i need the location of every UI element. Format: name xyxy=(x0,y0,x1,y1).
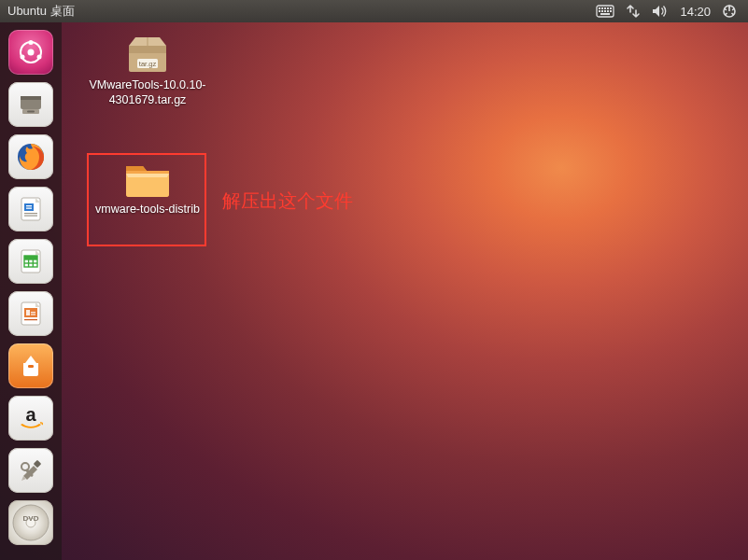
launcher-writer[interactable] xyxy=(7,185,55,233)
launcher-files[interactable] xyxy=(7,80,55,129)
svg-rect-4 xyxy=(607,7,609,9)
svg-rect-25 xyxy=(26,205,32,206)
folder-icon xyxy=(122,157,173,200)
svg-rect-40 xyxy=(31,314,35,315)
launcher-calc[interactable] xyxy=(7,237,55,286)
network-indicator-icon[interactable] xyxy=(620,0,646,22)
clock-indicator[interactable]: 14:20 xyxy=(674,0,716,22)
svg-text:a: a xyxy=(25,404,36,425)
launcher-disc[interactable]: DVD xyxy=(7,498,55,547)
svg-rect-5 xyxy=(610,7,612,9)
launcher-firefox[interactable] xyxy=(7,133,55,181)
svg-point-15 xyxy=(29,40,34,45)
svg-rect-2 xyxy=(601,7,603,9)
desktop-area[interactable]: tar.gz VMwareTools-10.0.10-4301679.tar.g… xyxy=(62,22,748,560)
svg-rect-1 xyxy=(599,7,600,9)
svg-rect-7 xyxy=(601,10,603,12)
svg-rect-3 xyxy=(604,7,606,9)
svg-point-45 xyxy=(21,463,29,470)
svg-rect-38 xyxy=(26,310,30,315)
svg-rect-35 xyxy=(24,256,37,259)
unity-launcher: a DVD xyxy=(0,22,62,560)
svg-rect-26 xyxy=(26,208,32,209)
panel-title: Ubuntu 桌面 xyxy=(7,3,75,20)
launcher-dash[interactable] xyxy=(7,28,55,77)
svg-point-16 xyxy=(37,55,42,60)
desktop-icon-label: VMwareTools-10.0.10-4301679.tar.gz xyxy=(87,78,208,107)
keyboard-indicator-icon[interactable] xyxy=(590,0,620,22)
svg-point-17 xyxy=(21,55,25,60)
svg-rect-39 xyxy=(31,312,35,313)
svg-rect-44 xyxy=(34,460,41,468)
launcher-software[interactable] xyxy=(7,342,55,390)
svg-rect-42 xyxy=(28,365,34,368)
svg-rect-6 xyxy=(599,10,600,12)
svg-rect-24 xyxy=(24,203,34,211)
svg-rect-51 xyxy=(129,46,166,53)
desktop-icon-label: vmware-tools-distrib xyxy=(95,203,200,217)
top-panel: Ubuntu 桌面 14:20 xyxy=(0,0,748,22)
desktop-wallpaper[interactable]: Ubuntu 桌面 14:20 a DVD tar.gz xyxy=(0,0,748,560)
svg-rect-9 xyxy=(607,10,609,12)
desktop-icon-vmwaretools-archive[interactable]: tar.gz VMwareTools-10.0.10-4301679.tar.g… xyxy=(87,35,208,107)
svg-rect-8 xyxy=(604,10,606,12)
launcher-impress[interactable] xyxy=(7,289,55,338)
svg-rect-27 xyxy=(24,213,37,214)
clock-text: 14:20 xyxy=(680,5,711,19)
svg-rect-11 xyxy=(600,13,610,15)
svg-rect-19 xyxy=(21,96,41,100)
svg-rect-41 xyxy=(24,319,37,320)
annotation-text: 解压出这个文件 xyxy=(222,189,353,214)
svg-rect-21 xyxy=(27,111,35,113)
desktop-icon-vmware-tools-distrib[interactable]: vmware-tools-distrib xyxy=(87,157,208,217)
session-indicator-icon[interactable] xyxy=(716,0,742,22)
sound-indicator-icon[interactable] xyxy=(646,0,674,22)
archive-icon: tar.gz xyxy=(124,35,171,76)
svg-rect-10 xyxy=(610,10,612,12)
launcher-settings[interactable] xyxy=(7,446,55,495)
svg-rect-28 xyxy=(24,216,37,217)
launcher-amazon[interactable]: a xyxy=(7,394,55,442)
svg-text:DVD: DVD xyxy=(23,514,39,523)
svg-point-14 xyxy=(28,49,35,56)
svg-text:tar.gz: tar.gz xyxy=(139,60,157,68)
